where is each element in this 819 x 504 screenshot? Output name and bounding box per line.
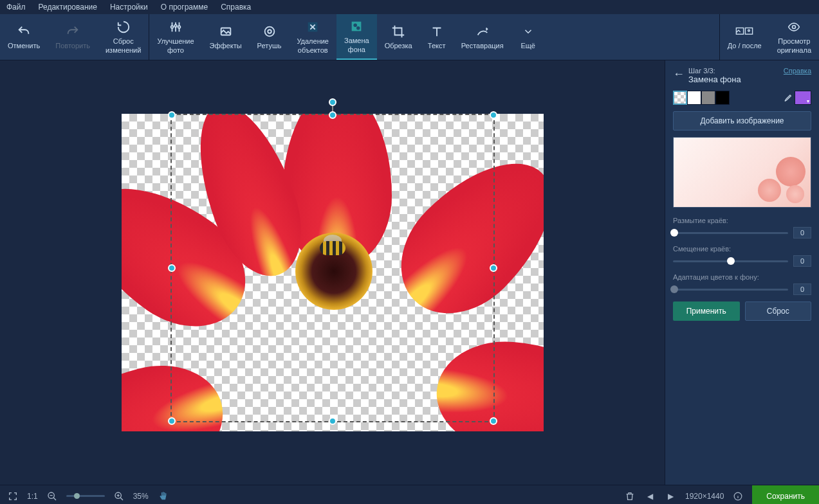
view-original-button[interactable]: Просмотр оригинала	[769, 14, 819, 60]
zoom-value: 35%	[133, 492, 149, 501]
help-link[interactable]: Справка	[784, 67, 811, 75]
zoom-out-icon[interactable]	[46, 490, 59, 503]
enhance-button[interactable]: Улучшение фото	[149, 14, 201, 60]
shift-edges-value[interactable]: 0	[793, 255, 811, 267]
more-label: Ещё	[520, 42, 535, 50]
handle-top-right[interactable]	[490, 111, 497, 119]
menu-about[interactable]: О программе	[161, 3, 208, 12]
hand-tool-icon[interactable]	[156, 490, 169, 503]
handle-bottom-right[interactable]	[490, 417, 497, 425]
redo-label: Повторить	[55, 42, 90, 50]
reset-panel-button[interactable]: Сброс	[745, 302, 812, 321]
handle-mid-right[interactable]	[490, 264, 497, 272]
back-arrow-icon[interactable]: ←	[673, 67, 685, 80]
change-background-button[interactable]: Замена фона	[336, 14, 377, 60]
retouch-label: Ретушь	[257, 42, 282, 50]
shift-edges-slider[interactable]	[673, 260, 788, 262]
redo-icon	[64, 24, 82, 39]
view-original-label: Просмотр оригинала	[777, 37, 811, 54]
text-button[interactable]: Текст	[420, 14, 454, 60]
color-adapt-slider[interactable]	[673, 289, 788, 291]
canvas[interactable]	[122, 114, 544, 431]
handle-mid-left[interactable]	[168, 264, 176, 272]
menubar: Файл Редактирование Настройки О программ…	[0, 0, 819, 14]
info-icon[interactable]	[732, 490, 744, 503]
workspace: ← Шаг 3/3: Замена фона Справка Добавить …	[0, 60, 819, 485]
remove-objects-button[interactable]: Удаление объектов	[289, 14, 336, 60]
enhance-icon	[167, 19, 185, 35]
swatch-gray[interactable]	[701, 91, 715, 105]
chevron-down-icon	[519, 24, 537, 39]
svg-point-9	[356, 26, 360, 30]
menu-settings[interactable]: Настройки	[110, 3, 148, 12]
step-label: Шаг 3/3:	[688, 67, 780, 75]
change-background-icon	[347, 19, 365, 34]
blur-edges-slider[interactable]	[673, 232, 788, 234]
zoom-slider[interactable]	[66, 495, 105, 497]
svg-point-0	[171, 26, 174, 28]
undo-button[interactable]: Отменить	[0, 14, 48, 60]
eye-icon	[785, 19, 803, 35]
panel-title: Замена фона	[688, 75, 780, 84]
reset-changes-button[interactable]: Сброс изменений	[98, 14, 149, 60]
handle-bottom-mid[interactable]	[329, 417, 336, 425]
toolbar: Отменить Повторить Сброс изменений Улучш…	[0, 14, 819, 60]
before-after-icon	[735, 24, 753, 39]
blur-edges-value[interactable]: 0	[793, 227, 811, 239]
menu-help[interactable]: Справка	[221, 3, 251, 12]
canvas-area[interactable]	[0, 60, 665, 485]
dimensions-label: 1920×1440	[685, 492, 724, 501]
crop-button[interactable]: Обрезка	[377, 14, 420, 60]
apply-button[interactable]: Применить	[673, 302, 740, 321]
restore-button[interactable]: Реставрация	[454, 14, 511, 60]
save-button[interactable]: Сохранить	[752, 485, 819, 505]
undo-icon	[15, 24, 33, 39]
color-swatch-row	[673, 91, 811, 105]
effects-icon	[217, 24, 235, 39]
swatch-custom-color[interactable]	[795, 91, 811, 105]
selection-box[interactable]	[170, 114, 495, 422]
effects-button[interactable]: Эффекты	[202, 14, 250, 60]
menu-edit[interactable]: Редактирование	[39, 3, 97, 12]
svg-point-1	[178, 26, 181, 28]
menu-file[interactable]: Файл	[6, 3, 26, 12]
swatch-transparent[interactable]	[673, 91, 687, 105]
svg-point-8	[354, 24, 358, 28]
prev-icon[interactable]: ◀	[644, 490, 657, 503]
redo-button[interactable]: Повторить	[48, 14, 98, 60]
statusbar: 1:1 35% ◀ ▶ 1920×1440 Сохранить	[0, 485, 819, 504]
effects-label: Эффекты	[210, 42, 242, 50]
swatch-black[interactable]	[715, 91, 730, 105]
more-button[interactable]: Ещё	[511, 14, 545, 60]
text-icon	[428, 24, 446, 39]
side-panel: ← Шаг 3/3: Замена фона Справка Добавить …	[665, 60, 819, 485]
enhance-label: Улучшение фото	[157, 37, 194, 54]
background-preview[interactable]	[673, 137, 811, 208]
rotate-handle[interactable]	[329, 98, 336, 106]
blur-edges-label: Размытие краёв:	[673, 217, 811, 224]
retouch-button[interactable]: Ретушь	[250, 14, 290, 60]
before-after-button[interactable]: До / после	[720, 14, 769, 60]
crop-label: Обрезка	[385, 42, 412, 50]
handle-top-left[interactable]	[168, 111, 176, 119]
handle-top-mid[interactable]	[329, 111, 336, 119]
remove-label: Удаление объектов	[297, 37, 329, 54]
undo-label: Отменить	[8, 42, 40, 50]
color-adapt-label: Адаптация цветов к фону:	[673, 273, 811, 281]
next-icon[interactable]: ▶	[665, 490, 677, 503]
add-image-button[interactable]: Добавить изображение	[673, 111, 811, 130]
before-after-label: До / после	[728, 42, 762, 50]
color-adapt-value[interactable]: 0	[793, 284, 811, 295]
shift-edges-label: Смещение краёв:	[673, 245, 811, 253]
delete-icon[interactable]	[623, 490, 636, 503]
zoom-in-icon[interactable]	[113, 490, 125, 503]
fit-label[interactable]: 1:1	[27, 492, 38, 501]
swatch-white[interactable]	[687, 91, 701, 105]
svg-point-13	[793, 26, 796, 29]
retouch-icon	[261, 24, 279, 39]
bee	[315, 236, 351, 259]
fullscreen-icon[interactable]	[6, 490, 19, 503]
eyedropper-icon[interactable]	[780, 91, 795, 105]
remove-objects-icon	[304, 19, 322, 35]
handle-bottom-left[interactable]	[168, 417, 176, 425]
